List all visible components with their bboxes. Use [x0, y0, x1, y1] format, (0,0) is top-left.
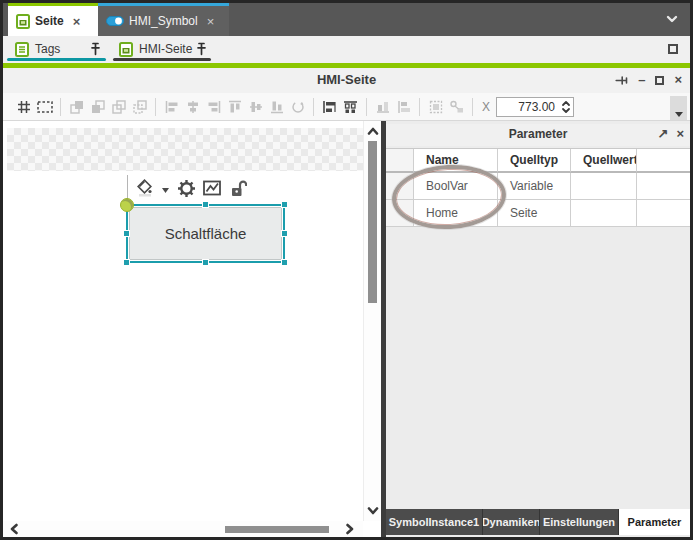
minimize-icon[interactable]: –	[638, 71, 645, 89]
align-bottom-icon[interactable]	[266, 97, 287, 117]
tab-symbolinstance[interactable]: SymbolInstance1	[386, 509, 483, 535]
stepper-arrows-icon[interactable]	[559, 98, 573, 116]
bring-forward-icon[interactable]	[108, 97, 129, 117]
document-tab-bar: Seite × HMI_Symbol ×	[3, 3, 690, 36]
toolbar-overflow-button[interactable]	[670, 96, 687, 120]
send-to-back-icon[interactable]	[87, 97, 108, 117]
align-center-icon[interactable]	[182, 97, 203, 117]
page-document-icon	[119, 42, 133, 57]
float-panel-icon[interactable]: ↗	[658, 126, 669, 141]
parameter-panel-title: Parameter	[386, 127, 690, 141]
align-middle-icon[interactable]	[245, 97, 266, 117]
align-right-icon[interactable]	[203, 97, 224, 117]
resize-handle-bottom-right[interactable]	[281, 259, 288, 266]
cell-filler	[637, 173, 690, 200]
design-canvas[interactable]: Schaltfläche	[3, 121, 381, 537]
close-icon[interactable]: ×	[676, 126, 684, 141]
align-top-icon[interactable]	[224, 97, 245, 117]
close-icon[interactable]: ×	[207, 14, 215, 29]
panel-bottom-tabs: SymbolInstance1 Dynamiken Einstellungen …	[386, 509, 690, 535]
x-coordinate-stepper[interactable]: 773.00	[496, 97, 574, 117]
chevron-down-icon[interactable]	[664, 11, 682, 29]
bring-to-front-icon[interactable]	[66, 97, 87, 117]
inactive-view-underline	[113, 58, 211, 61]
fill-color-icon[interactable]	[134, 177, 156, 199]
distribute-horizontal-icon[interactable]	[319, 97, 340, 117]
dynamics-chart-icon[interactable]	[201, 177, 223, 199]
resize-handle-top[interactable]	[202, 201, 209, 208]
distribute-vertical-icon[interactable]	[340, 97, 361, 117]
x-coordinate-value[interactable]: 773.00	[497, 100, 559, 114]
close-icon[interactable]: ×	[674, 71, 682, 89]
parameter-panel: Parameter ↗ × Name Quelltyp Quellwert Bo…	[386, 121, 690, 537]
maximize-icon[interactable]	[668, 44, 678, 54]
triangle-down-icon	[675, 112, 683, 117]
tab-parameter[interactable]: Parameter	[619, 509, 690, 535]
resize-handle-right[interactable]	[281, 230, 288, 237]
element-mini-toolbar	[127, 175, 249, 201]
cell-filler	[637, 200, 690, 227]
resize-handle-left[interactable]	[123, 230, 130, 237]
scroll-right-icon[interactable]	[343, 522, 357, 536]
tab-hmi-symbol-label: HMI_Symbol	[129, 14, 198, 28]
link-nodes-icon[interactable]	[446, 97, 467, 117]
settings-gear-icon[interactable]	[175, 177, 197, 199]
vertical-scrollbar[interactable]	[363, 121, 381, 521]
active-view-underline	[7, 58, 106, 61]
page-document-icon	[16, 14, 30, 29]
column-header-quelltyp[interactable]: Quelltyp	[498, 149, 571, 173]
vertical-scroll-thumb[interactable]	[368, 141, 377, 303]
resize-handle-bottom-left[interactable]	[123, 259, 130, 266]
cell-quellwert[interactable]	[571, 173, 637, 200]
cell-quelltyp[interactable]: Variable	[498, 173, 571, 200]
app-window: Seite × HMI_Symbol × Tags HMI-Seite HMI-…	[0, 0, 693, 540]
cell-quellwert[interactable]	[571, 200, 637, 227]
pin-horizontal-icon[interactable]	[614, 74, 628, 87]
horizontal-scroll-thumb[interactable]	[225, 526, 329, 533]
page-title: HMI-Seite	[3, 72, 690, 87]
pin-icon[interactable]	[195, 42, 208, 56]
same-width-icon[interactable]	[372, 97, 393, 117]
scroll-down-icon[interactable]	[366, 504, 380, 518]
horizontal-scrollbar[interactable]	[3, 521, 363, 537]
send-backward-icon[interactable]	[129, 97, 150, 117]
tab-einstellungen[interactable]: Einstellungen	[540, 509, 619, 535]
rotation-handle[interactable]	[120, 198, 134, 212]
toggle-icon	[106, 16, 124, 26]
transparency-checker-band	[7, 128, 363, 171]
dropdown-caret-icon[interactable]	[162, 179, 169, 197]
unlock-icon[interactable]	[227, 177, 249, 199]
tab-tags[interactable]: Tags	[15, 38, 99, 60]
resize-handle-bottom[interactable]	[202, 259, 209, 266]
tab-hmi-seite-label: HMI-Seite	[139, 42, 192, 56]
row-selector-header	[386, 149, 414, 173]
scroll-up-icon[interactable]	[366, 124, 380, 138]
tags-list-icon	[15, 42, 29, 57]
scroll-left-icon[interactable]	[7, 522, 21, 536]
tab-dynamiken[interactable]: Dynamiken	[483, 509, 540, 535]
selected-element-frame[interactable]: Schaltfläche	[126, 204, 285, 263]
same-height-icon[interactable]	[393, 97, 414, 117]
maximize-icon[interactable]	[655, 76, 664, 85]
tab-seite-label: Seite	[35, 14, 64, 28]
column-header-quellwert[interactable]: Quellwert	[571, 149, 637, 173]
pin-icon[interactable]	[89, 42, 102, 56]
close-icon[interactable]: ×	[73, 14, 81, 29]
group-icon[interactable]	[425, 97, 446, 117]
hmi-button[interactable]: Schaltfläche	[129, 207, 282, 260]
marquee-select-icon[interactable]	[34, 97, 55, 117]
cell-quelltyp[interactable]: Seite	[498, 200, 571, 227]
pinned-tab-bar: Tags HMI-Seite	[3, 36, 690, 63]
parameter-panel-header: Parameter ↗ ×	[386, 124, 690, 146]
rotate-icon[interactable]	[287, 97, 308, 117]
tab-hmi-seite[interactable]: HMI-Seite	[119, 38, 205, 60]
resize-handle-top-right[interactable]	[281, 201, 288, 208]
main-area: Schaltfläche	[3, 121, 690, 537]
tab-hmi-symbol[interactable]: HMI_Symbol ×	[98, 3, 229, 36]
tab-tags-label: Tags	[35, 42, 60, 56]
document-title-bar: HMI-Seite – ×	[3, 68, 690, 93]
align-left-icon[interactable]	[161, 97, 182, 117]
grid-icon[interactable]	[13, 97, 34, 117]
x-coordinate-label: X	[482, 100, 490, 114]
tab-seite[interactable]: Seite ×	[8, 3, 98, 36]
